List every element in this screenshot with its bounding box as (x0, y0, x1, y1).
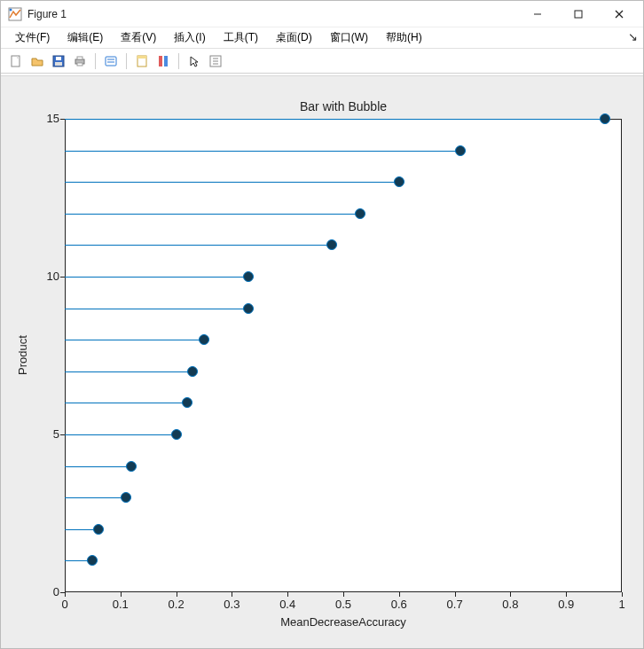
y-tick-label: 10 (38, 270, 59, 283)
y-tick (60, 592, 65, 593)
menu-tools[interactable]: 工具(T) (215, 28, 267, 47)
bar-stem (65, 403, 187, 403)
svg-rect-13 (77, 63, 82, 66)
x-tick (232, 592, 232, 597)
close-button[interactable] (599, 1, 640, 27)
x-tick (510, 592, 511, 597)
menu-desktop[interactable]: 桌面(D) (267, 28, 321, 47)
bar-stem (65, 277, 248, 278)
bubble-marker (394, 176, 404, 187)
menu-insert[interactable]: 插入(I) (165, 28, 214, 47)
bubble-marker (455, 145, 466, 156)
y-tick-label: 15 (38, 112, 59, 125)
bubble-marker (355, 208, 365, 219)
bubble-marker (171, 429, 182, 440)
print-icon[interactable] (70, 51, 90, 71)
x-tick (343, 592, 344, 597)
bar-stem (65, 371, 192, 372)
bubble-marker (93, 524, 104, 535)
x-tick-label: 0.4 (277, 598, 298, 611)
x-tick (399, 592, 400, 597)
x-tick (287, 592, 288, 597)
link-icon[interactable] (101, 51, 121, 71)
x-tick-label: 0.5 (333, 598, 354, 611)
colorbar-icon[interactable] (153, 51, 173, 71)
toolbar-separator (178, 53, 179, 69)
svg-rect-20 (164, 56, 168, 66)
x-tick-label: 0.8 (499, 598, 521, 611)
datatip-icon[interactable] (132, 51, 152, 71)
figure-canvas[interactable]: Bar with Bubble00.10.20.30.40.50.60.70.8… (1, 75, 643, 648)
menu-help[interactable]: 帮助(H) (377, 28, 431, 47)
svg-rect-18 (137, 56, 146, 59)
bubble-marker (326, 239, 337, 250)
bubble-marker (243, 303, 254, 314)
bubble-marker (121, 492, 131, 503)
bar-stem (65, 434, 177, 435)
inspect-icon[interactable] (206, 51, 225, 71)
menu-edit[interactable]: 编辑(E) (59, 28, 112, 47)
undock-icon[interactable]: ↘ (628, 30, 638, 43)
x-tick-label: 0.1 (110, 598, 131, 611)
maximize-button[interactable] (558, 1, 599, 27)
bubble-marker (126, 461, 137, 472)
x-tick (65, 592, 66, 597)
app-icon (8, 7, 22, 21)
x-tick-label: 0.3 (221, 598, 242, 611)
menu-window[interactable]: 窗口(W) (321, 28, 377, 47)
x-tick-label: 0 (54, 598, 75, 611)
pointer-icon[interactable] (185, 51, 204, 71)
toolbar (1, 49, 643, 74)
bar-stem (65, 497, 126, 498)
bar-stem (65, 182, 399, 183)
svg-rect-14 (106, 57, 116, 66)
svg-rect-9 (56, 57, 61, 60)
bubble-marker (187, 366, 198, 377)
window-title: Figure 1 (27, 8, 517, 20)
svg-rect-3 (575, 11, 582, 18)
bar-stem (65, 245, 332, 246)
window-titlebar: Figure 1 (1, 1, 643, 27)
bar-stem (65, 340, 204, 340)
bar-stem (65, 466, 131, 467)
new-figure-icon[interactable] (6, 51, 26, 71)
x-tick (455, 592, 456, 597)
svg-rect-19 (159, 56, 162, 66)
chart-title: Bar with Bubble (65, 99, 622, 113)
bubble-marker (600, 113, 610, 124)
x-tick-label: 0.9 (555, 598, 577, 611)
menubar: 文件(F) 编辑(E) 查看(V) 插入(I) 工具(T) 桌面(D) 窗口(W… (1, 27, 643, 49)
svg-rect-12 (77, 57, 82, 59)
bubble-marker (243, 271, 254, 282)
y-tick-label: 5 (38, 427, 59, 441)
x-tick-label: 0.2 (166, 598, 187, 611)
minimize-button[interactable] (517, 1, 558, 27)
x-tick-label: 0.7 (444, 598, 466, 611)
open-icon[interactable] (27, 51, 47, 71)
svg-rect-10 (55, 62, 62, 66)
svg-point-1 (10, 8, 12, 11)
x-tick (622, 592, 623, 597)
menu-file[interactable]: 文件(F) (6, 28, 59, 47)
bar-stem (65, 214, 360, 215)
bar-stem (65, 151, 460, 152)
x-tick (566, 592, 567, 597)
y-tick-label: 0 (38, 585, 59, 598)
y-axis-label: Product (16, 329, 29, 382)
save-icon[interactable] (49, 51, 68, 71)
bar-stem (65, 119, 605, 120)
bubble-marker (199, 334, 209, 345)
bubble-marker (87, 555, 98, 566)
x-tick (121, 592, 122, 597)
bar-stem (65, 309, 248, 309)
menu-view[interactable]: 查看(V) (112, 28, 165, 47)
toolbar-separator (95, 53, 96, 69)
axes-box (65, 119, 622, 592)
window-buttons (517, 1, 640, 27)
x-tick-label: 0.6 (389, 598, 410, 611)
x-axis-label: MeanDecreaseAccuracy (65, 615, 622, 629)
toolbar-separator (126, 53, 127, 69)
bubble-marker (182, 397, 192, 408)
x-tick-label: 1 (611, 598, 632, 611)
x-tick (177, 592, 177, 597)
